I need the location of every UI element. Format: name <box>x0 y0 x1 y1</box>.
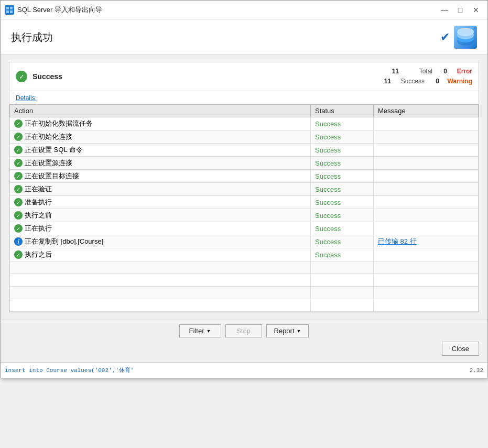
bottom-bar: insert into Course values('002','休育' 2.3… <box>1 362 487 378</box>
status-cell: Success <box>311 196 374 209</box>
summary-box: ✓ Success 11 Total 0 Error 11 Success 0 … <box>9 62 479 312</box>
success-row-icon: ✓ <box>14 119 23 128</box>
message-cell <box>374 196 479 209</box>
status-cell: Success <box>311 222 374 235</box>
minimize-button[interactable]: — <box>437 4 452 16</box>
table-row: ✓准备执行Success <box>10 196 479 209</box>
action-text: 执行之前 <box>25 211 52 220</box>
action-cell: ✓正在执行 <box>10 222 311 235</box>
table-row: ✓正在设置目标连接Success <box>10 170 479 183</box>
action-text: 正在执行 <box>25 224 52 233</box>
success-row-icon: ✓ <box>14 211 23 220</box>
message-cell <box>374 183 479 196</box>
main-content: ✓ Success 11 Total 0 Error 11 Success 0 … <box>1 54 487 320</box>
success-row-icon: ✓ <box>14 172 23 180</box>
stats-area: 11 Total 0 Error 11 Success 0 Warning <box>381 67 472 86</box>
message-cell <box>374 170 479 183</box>
table-row: ✓正在验证Success <box>10 183 479 196</box>
filter-button[interactable]: Filter ▼ <box>179 324 221 337</box>
empty-row <box>10 261 479 274</box>
title-bar: SQL Server 导入和导出向导 — □ ✕ <box>1 1 487 19</box>
action-text: 正在初始化连接 <box>25 132 72 141</box>
action-text: 正在初始化数据流任务 <box>25 119 93 128</box>
status-cell: Success <box>311 157 374 170</box>
action-cell: ✓正在设置源连接 <box>10 157 311 170</box>
message-cell <box>374 222 479 235</box>
error-label: Error <box>451 67 472 77</box>
close-row: Close <box>9 342 479 358</box>
status-cell: Success <box>311 183 374 196</box>
report-button[interactable]: Report ▼ <box>266 324 309 337</box>
message-cell <box>374 209 479 222</box>
action-text: 正在设置 SQL 命令 <box>25 145 83 155</box>
status-cell: Success <box>311 130 374 144</box>
action-cell: ✓正在验证 <box>10 183 311 196</box>
message-link[interactable]: 已传输 82 行 <box>378 237 417 245</box>
action-text: 正在设置目标连接 <box>25 171 79 181</box>
close-button[interactable]: Close <box>442 342 479 356</box>
action-buttons-row: Filter ▼ Stop Report ▼ <box>9 324 479 337</box>
info-icon: i <box>14 237 23 246</box>
success-row-icon: ✓ <box>14 185 23 193</box>
table-row: ✓执行之前Success <box>10 209 479 222</box>
table-row: i正在复制到 [dbo].[Course]Success已传输 82 行 <box>10 235 479 248</box>
message-cell <box>374 130 479 144</box>
col-message: Message <box>374 105 479 117</box>
action-cell: ✓准备执行 <box>10 196 311 209</box>
success-row-icon: ✓ <box>14 133 23 141</box>
details-label[interactable]: Details: <box>9 91 479 104</box>
details-table-container: Action Status Message ✓正在初始化数据流任务Success… <box>9 104 479 312</box>
report-dropdown-arrow: ▼ <box>297 329 301 334</box>
svg-point-7 <box>457 28 474 36</box>
table-row: ✓正在设置源连接Success <box>10 157 479 170</box>
action-cell: ✓正在初始化数据流任务 <box>10 117 311 130</box>
action-cell: i正在复制到 [dbo].[Course] <box>10 235 311 248</box>
action-text: 正在设置源连接 <box>25 158 72 168</box>
status-cell: Success <box>311 235 374 248</box>
success-stat-label: Success <box>395 77 425 86</box>
summary-header: ✓ Success 11 Total 0 Error 11 Success 0 … <box>9 62 479 91</box>
col-status: Status <box>311 105 374 117</box>
empty-row <box>10 299 479 312</box>
success-row-icon: ✓ <box>14 224 23 233</box>
warning-label: Warning <box>443 77 472 86</box>
main-window: SQL Server 导入和导出向导 — □ ✕ 执行成功 ✔ ✓ Succes… <box>0 0 488 378</box>
message-cell: 已传输 82 行 <box>374 235 479 248</box>
filter-dropdown-arrow: ▼ <box>207 329 211 334</box>
empty-row <box>10 287 479 299</box>
action-cell: ✓正在设置 SQL 命令 <box>10 144 311 157</box>
status-cell: Success <box>311 248 374 261</box>
svg-rect-2 <box>6 10 9 13</box>
stop-button[interactable]: Stop <box>225 324 262 337</box>
action-cell: ✓正在设置目标连接 <box>10 170 311 183</box>
success-row-icon: ✓ <box>14 198 23 206</box>
status-cell: Success <box>311 117 374 130</box>
action-cell: ✓执行之后 <box>10 248 311 261</box>
message-cell <box>374 117 479 130</box>
status-cell: Success <box>311 144 374 157</box>
action-text: 准备执行 <box>25 198 52 207</box>
page-title: 执行成功 <box>11 30 440 45</box>
col-action: Action <box>10 105 311 117</box>
message-cell <box>374 248 479 261</box>
success-row-icon: ✓ <box>14 250 23 259</box>
header-section: 执行成功 ✔ <box>1 19 487 54</box>
action-cell: ✓执行之前 <box>10 209 311 222</box>
table-row: ✓正在设置 SQL 命令Success <box>10 144 479 157</box>
success-label: Success <box>32 72 381 81</box>
success-count: 11 <box>381 77 391 86</box>
window-close-button[interactable]: ✕ <box>469 4 483 16</box>
header-image <box>454 26 477 49</box>
window-controls: — □ ✕ <box>437 4 483 16</box>
maximize-button[interactable]: □ <box>453 4 468 16</box>
message-cell <box>374 157 479 170</box>
success-icon: ✓ <box>16 71 27 82</box>
error-count: 0 <box>437 67 447 77</box>
success-row-icon: ✓ <box>14 146 23 154</box>
check-icon: ✔ <box>440 30 450 44</box>
table-row: ✓正在初始化数据流任务Success <box>10 117 479 130</box>
table-row: ✓执行之后Success <box>10 248 479 261</box>
svg-rect-1 <box>10 7 13 9</box>
total-label: Total <box>403 67 432 77</box>
details-table: Action Status Message ✓正在初始化数据流任务Success… <box>9 104 479 312</box>
